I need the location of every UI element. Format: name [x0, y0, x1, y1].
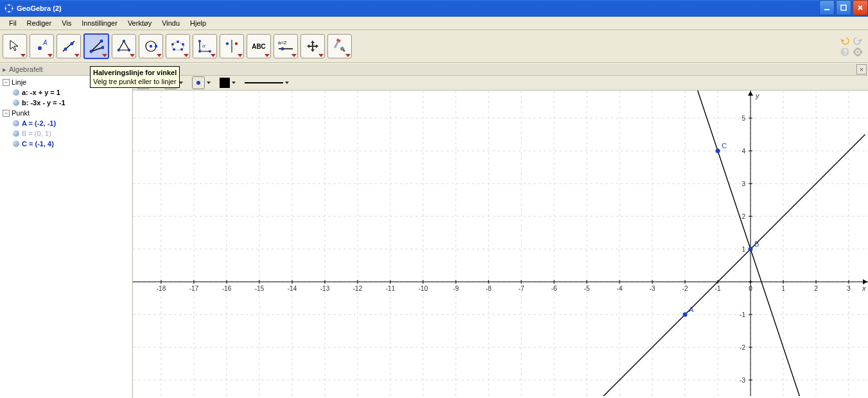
- svg-text:-14: -14: [288, 285, 297, 292]
- tool-angle-bisector[interactable]: [83, 33, 109, 59]
- tree-item-point-c[interactable]: C = (-1, 4): [13, 139, 130, 149]
- svg-point-14: [90, 50, 93, 53]
- svg-text:4: 4: [742, 148, 745, 155]
- svg-point-27: [173, 48, 175, 51]
- undo-icon[interactable]: [840, 35, 850, 46]
- menu-vindu[interactable]: Vindu: [157, 18, 185, 28]
- panel-title: Algebrafelt: [9, 65, 43, 73]
- tool-polygon[interactable]: [112, 34, 136, 58]
- svg-text:0: 0: [749, 285, 752, 292]
- menu-hjelp[interactable]: Hjelp: [185, 18, 211, 28]
- svg-text:A: A: [689, 306, 694, 313]
- toolbar: A α ABC a=2 ?: [0, 30, 868, 63]
- svg-text:A: A: [42, 39, 48, 46]
- tool-circle-center-point[interactable]: [139, 34, 163, 58]
- svg-text:-17: -17: [189, 285, 199, 292]
- svg-rect-6: [841, 5, 846, 10]
- point-style[interactable]: [192, 76, 211, 89]
- svg-text:-5: -5: [584, 285, 590, 292]
- tree-item-point-a[interactable]: A = (-2, -1): [13, 118, 130, 128]
- svg-point-15: [100, 40, 103, 43]
- tool-tooltip: Halveringslinje for vinkel Velg tre punk…: [90, 66, 180, 88]
- svg-text:-2: -2: [682, 285, 688, 292]
- svg-point-29: [177, 40, 179, 43]
- svg-point-32: [209, 50, 211, 53]
- svg-text:1: 1: [781, 285, 785, 292]
- svg-text:-10: -10: [419, 285, 428, 292]
- menu-verktoy[interactable]: Verktøy: [123, 18, 157, 28]
- svg-text:2: 2: [814, 285, 818, 292]
- algebra-sidebar: −Linje a: -x + y = 1 b: -3x - y = -1 −Pu…: [0, 76, 133, 398]
- svg-text:-7: -7: [519, 285, 525, 292]
- menu-vis[interactable]: Vis: [56, 18, 76, 28]
- menu-rediger[interactable]: Rediger: [22, 18, 57, 28]
- tool-point[interactable]: A: [30, 34, 54, 58]
- panel-close-icon[interactable]: ×: [856, 64, 867, 74]
- tool-options[interactable]: [327, 34, 352, 58]
- svg-text:-6: -6: [551, 285, 557, 292]
- svg-point-20: [117, 49, 120, 51]
- svg-point-45: [857, 51, 859, 53]
- svg-text:?: ?: [844, 49, 847, 56]
- color-picker[interactable]: [220, 78, 236, 88]
- svg-point-36: [235, 42, 238, 45]
- graphics-view: -18-17-16-15-14-13-12-11-10-9-8-7-6-5-4-…: [133, 76, 868, 398]
- panel-toggle-icon[interactable]: ▸: [0, 65, 9, 74]
- svg-point-156: [716, 149, 720, 153]
- maximize-button[interactable]: [836, 0, 851, 15]
- svg-text:1: 1: [742, 246, 745, 253]
- svg-point-2: [12, 8, 13, 9]
- menu-fil[interactable]: Fil: [4, 18, 22, 28]
- tree-item-line-b[interactable]: b: -3x - y = -1: [13, 98, 130, 108]
- tool-move-view[interactable]: [300, 34, 325, 58]
- tool-angle[interactable]: α: [193, 34, 217, 58]
- svg-text:-16: -16: [222, 285, 232, 292]
- svg-point-19: [128, 49, 130, 51]
- svg-text:-3: -3: [740, 377, 745, 384]
- svg-point-52: [196, 81, 200, 85]
- svg-text:α: α: [202, 43, 205, 49]
- svg-text:-8: -8: [486, 285, 492, 292]
- tree-item-line-a[interactable]: a: -x + y = 1: [13, 87, 130, 98]
- style-bar: [133, 76, 868, 91]
- graphics-canvas[interactable]: -18-17-16-15-14-13-12-11-10-9-8-7-6-5-4-…: [133, 91, 868, 398]
- settings-icon[interactable]: [853, 47, 863, 57]
- svg-text:-3: -3: [650, 285, 655, 292]
- tool-line-two-points[interactable]: [56, 34, 81, 58]
- svg-text:3: 3: [847, 285, 851, 292]
- svg-point-10: [64, 48, 67, 51]
- svg-text:3: 3: [742, 180, 745, 187]
- svg-text:-11: -11: [386, 285, 395, 292]
- minimize-button[interactable]: [819, 0, 835, 15]
- svg-text:-9: -9: [453, 285, 459, 292]
- svg-point-1: [5, 8, 6, 9]
- tree-group-punkt[interactable]: −Punkt: [3, 108, 130, 118]
- svg-point-39: [281, 48, 284, 51]
- svg-text:-18: -18: [157, 285, 166, 292]
- tool-move[interactable]: [3, 34, 27, 58]
- svg-point-30: [198, 40, 201, 42]
- svg-point-25: [171, 43, 174, 46]
- tree-item-point-b[interactable]: B = (0, 1): [13, 128, 130, 139]
- titlebar: GeoGebra (2): [0, 0, 868, 17]
- redo-icon[interactable]: [853, 35, 863, 46]
- tool-reflect[interactable]: [220, 34, 244, 58]
- svg-point-26: [182, 43, 184, 46]
- tool-slider[interactable]: a=2: [273, 34, 298, 58]
- svg-text:x: x: [862, 284, 866, 292]
- svg-text:-12: -12: [353, 285, 363, 292]
- svg-text:-2: -2: [740, 344, 745, 351]
- menubar: Fil Rediger Vis Innstillinger Verktøy Vi…: [0, 17, 868, 30]
- tool-text[interactable]: ABC: [247, 34, 271, 58]
- svg-point-22: [150, 45, 152, 48]
- close-button[interactable]: [853, 0, 868, 15]
- svg-point-154: [749, 247, 753, 252]
- line-style[interactable]: [245, 82, 289, 84]
- svg-text:2: 2: [742, 213, 745, 220]
- svg-point-152: [683, 313, 688, 317]
- svg-text:a=2: a=2: [278, 40, 287, 46]
- tool-conic[interactable]: [166, 34, 190, 58]
- help-icon[interactable]: ?: [840, 47, 850, 57]
- svg-text:-15: -15: [255, 285, 265, 292]
- menu-innstillinger[interactable]: Innstillinger: [76, 18, 123, 28]
